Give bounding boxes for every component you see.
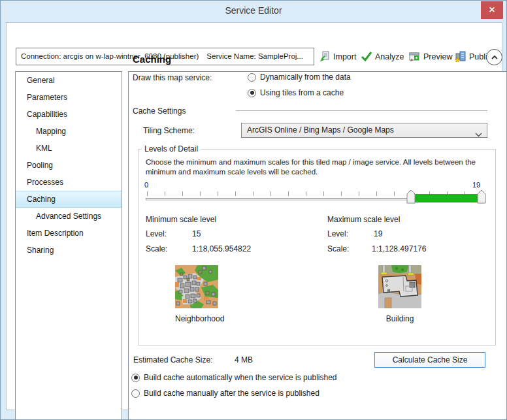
maximum-scale-heading: Maximum scale level bbox=[327, 215, 400, 224]
max-scale-value: 1:1,128.497176 bbox=[372, 244, 426, 253]
radio-label: Build cache automatically when the servi… bbox=[144, 373, 337, 382]
calculate-cache-size-button[interactable]: Calculate Cache Size bbox=[374, 352, 485, 368]
min-scale-label: Scale: bbox=[146, 244, 167, 253]
min-level-value: 15 bbox=[192, 229, 201, 238]
max-level-value: 19 bbox=[374, 229, 382, 238]
slider-max-tick-label: 19 bbox=[472, 181, 480, 189]
analyze-label: Analyze bbox=[375, 52, 404, 61]
radio-circle-checked bbox=[131, 374, 140, 382]
sidebar-item-mapping[interactable]: Mapping bbox=[16, 123, 122, 140]
radio-label: Build cache manually after the service i… bbox=[144, 389, 319, 398]
sidebar-item-general[interactable]: General bbox=[16, 72, 122, 89]
radio-dynamically-from-data[interactable]: Dynamically from the data bbox=[248, 73, 351, 82]
titlebar[interactable]: Service Editor ✕ bbox=[1, 1, 506, 21]
sidebar-item-sharing[interactable]: Sharing bbox=[16, 242, 122, 259]
building-thumbnail bbox=[378, 265, 421, 308]
sidebar: General Parameters Capabilities Mapping … bbox=[15, 71, 122, 420]
max-level-label: Level: bbox=[327, 229, 348, 238]
radio-circle bbox=[131, 389, 140, 398]
min-scale-value: 1:18,055.954822 bbox=[192, 244, 251, 253]
sidebar-item-capabilities[interactable]: Capabilities bbox=[16, 106, 122, 123]
preview-icon bbox=[409, 51, 421, 62]
radio-build-automatically[interactable]: Build cache automatically when the servi… bbox=[131, 373, 337, 382]
radio-circle-checked bbox=[248, 89, 256, 97]
estimated-cache-size-label: Estimated Cache Size: bbox=[133, 355, 212, 364]
close-button[interactable]: ✕ bbox=[481, 1, 503, 19]
sidebar-item-kml[interactable]: KML bbox=[16, 140, 122, 157]
neighborhood-thumbnail bbox=[175, 265, 218, 308]
sidebar-item-parameters[interactable]: Parameters bbox=[16, 89, 122, 106]
sidebar-item-item-description[interactable]: Item Description bbox=[16, 225, 122, 242]
estimated-cache-size-value: 4 MB bbox=[235, 355, 253, 364]
page-title: Caching bbox=[133, 54, 171, 65]
close-icon: ✕ bbox=[489, 5, 495, 14]
slider-max-handle[interactable] bbox=[477, 189, 486, 204]
levels-of-detail-description: Choose the minimum and maximum scales fo… bbox=[146, 157, 489, 177]
cache-settings-divider bbox=[236, 110, 487, 111]
sidebar-item-pooling[interactable]: Pooling bbox=[16, 157, 122, 174]
chevron-up-icon bbox=[491, 53, 499, 62]
radio-label: Dynamically from the data bbox=[260, 73, 351, 82]
cache-settings-label: Cache Settings bbox=[133, 106, 186, 116]
analyze-button[interactable]: Analyze bbox=[361, 48, 404, 65]
collapse-panel-button[interactable] bbox=[486, 49, 502, 65]
radio-circle bbox=[248, 73, 256, 82]
neighborhood-caption: Neighborhood bbox=[175, 314, 218, 323]
radio-using-tiles-from-cache[interactable]: Using tiles from a cache bbox=[248, 88, 344, 97]
window-title: Service Editor bbox=[1, 1, 506, 20]
preview-label: Preview bbox=[423, 52, 452, 61]
publish-icon bbox=[455, 51, 466, 62]
import-label: Import bbox=[333, 52, 356, 61]
import-button[interactable]: Import bbox=[319, 48, 356, 65]
tiling-scheme-label: Tiling Scheme: bbox=[143, 126, 195, 135]
radio-label: Using tiles from a cache bbox=[260, 88, 344, 97]
service-name-label: Service Name: SampleProj... bbox=[206, 52, 303, 60]
sidebar-item-caching[interactable]: Caching bbox=[16, 191, 122, 208]
import-icon bbox=[319, 51, 331, 62]
preview-button[interactable]: Preview bbox=[409, 48, 452, 65]
building-caption: Building bbox=[378, 314, 421, 323]
chevron-down-icon bbox=[475, 128, 482, 138]
sidebar-item-processes[interactable]: Processes bbox=[16, 174, 122, 191]
sidebar-item-advanced-settings[interactable]: Advanced Settings bbox=[16, 208, 122, 225]
tiling-scheme-value: ArcGIS Online / Bing Maps / Google Maps bbox=[247, 125, 394, 135]
tiling-scheme-dropdown[interactable]: ArcGIS Online / Bing Maps / Google Maps bbox=[241, 123, 487, 138]
levels-of-detail-legend: Levels of Detail bbox=[142, 144, 201, 153]
radio-build-manually[interactable]: Build cache manually after the service i… bbox=[131, 389, 319, 398]
service-editor-dialog: Service Editor ✕ Connection: arcgis on w… bbox=[0, 0, 507, 420]
slider-min-handle[interactable] bbox=[406, 189, 416, 204]
max-scale-label: Scale: bbox=[327, 244, 349, 253]
min-level-label: Level: bbox=[146, 229, 167, 238]
slider-min-tick-label: 0 bbox=[144, 181, 148, 189]
analyze-check-icon bbox=[361, 51, 372, 62]
connection-label: Connection: arcgis on w-lap-wintner_6080… bbox=[21, 52, 199, 60]
slider-selected-range[interactable] bbox=[411, 194, 482, 202]
minimum-scale-heading: Minimum scale level bbox=[146, 215, 216, 224]
draw-service-label: Draw this map service: bbox=[133, 73, 212, 82]
